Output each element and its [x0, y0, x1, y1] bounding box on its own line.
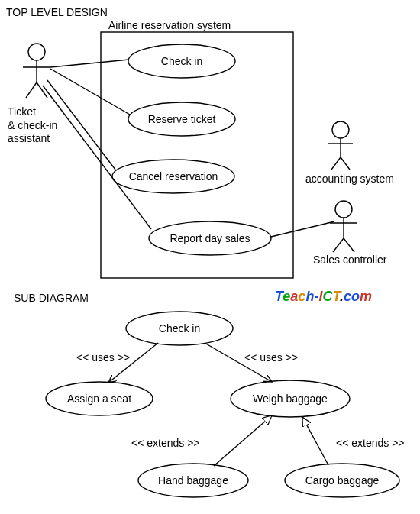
extends-label-left: << extends >>: [131, 437, 200, 449]
usecase-reserve-label: Reserve ticket: [148, 113, 216, 125]
extends-arrow-cargo: [302, 417, 328, 465]
watermark: Teach-ICT.com: [275, 289, 372, 305]
uses-label-left: << uses >>: [76, 351, 130, 364]
svg-point-0: [28, 44, 45, 60]
sub-cargo-label: Cargo baggage: [305, 474, 380, 487]
actor-accounting-icon: [328, 121, 353, 170]
svg-line-16: [50, 69, 130, 115]
usecase-report-label: Report day sales: [170, 232, 250, 244]
uses-label-right: << uses >>: [244, 351, 298, 364]
top-level-heading: TOP LEVEL DESIGN: [6, 6, 108, 18]
svg-point-5: [332, 121, 349, 138]
extends-arrow-hand: [214, 415, 272, 466]
sub-hand-label: Hand baggage: [158, 474, 228, 487]
actor-sales-icon: [330, 201, 357, 252]
actor-accounting-label: accounting system: [305, 173, 394, 185]
sub-check-in-label: Check in: [159, 322, 200, 335]
svg-line-14: [344, 238, 354, 252]
usecase-cancel-label: Cancel reservation: [129, 170, 218, 183]
sub-weigh-label: Weigh baggage: [253, 393, 328, 405]
svg-line-15: [50, 60, 129, 67]
svg-line-9: [341, 157, 350, 170]
svg-point-10: [335, 201, 352, 218]
usecase-check-in-label: Check in: [161, 55, 202, 67]
diagram-canvas: TOP LEVEL DESIGN Airline reservation sys…: [0, 0, 420, 514]
actor-sales-label: Sales controller: [313, 254, 387, 266]
actor-assistant-label: Ticket & check-in assistant: [8, 105, 57, 146]
svg-line-8: [331, 157, 341, 170]
sub-diagram-heading: SUB DIAGRAM: [14, 292, 89, 304]
svg-line-18: [43, 86, 151, 229]
sales-association: [271, 221, 334, 237]
assistant-associations: [43, 60, 151, 229]
sub-assign-seat-label: Assign a seat: [67, 393, 131, 405]
extends-label-right: << extends >>: [336, 437, 405, 449]
svg-line-3: [26, 82, 37, 98]
svg-line-13: [333, 238, 344, 252]
system-title: Airline reservation system: [108, 19, 231, 31]
